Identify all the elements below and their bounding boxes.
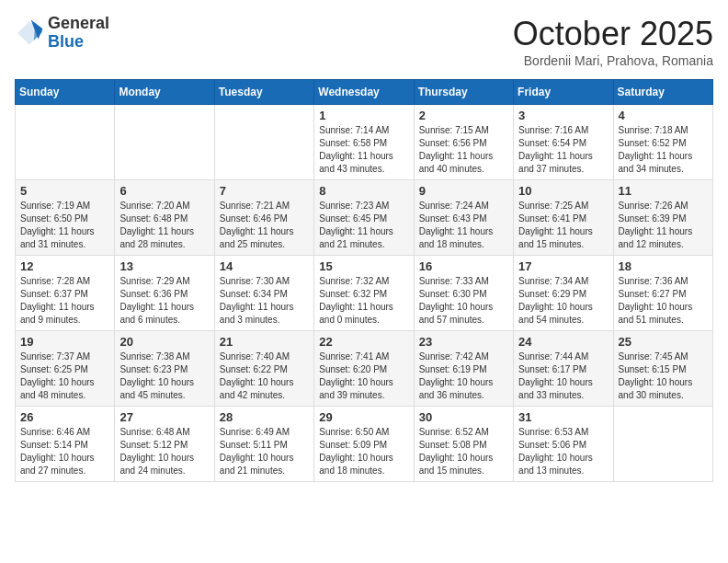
day-number: 24	[518, 335, 608, 349]
calendar-cell: 5Sunrise: 7:19 AM Sunset: 6:50 PM Daylig…	[16, 180, 115, 256]
calendar-cell: 1Sunrise: 7:14 AM Sunset: 6:58 PM Daylig…	[314, 105, 414, 180]
day-info: Sunrise: 7:40 AM Sunset: 6:22 PM Dayligh…	[220, 350, 309, 402]
day-number: 10	[518, 184, 608, 198]
day-info: Sunrise: 7:15 AM Sunset: 6:56 PM Dayligh…	[419, 124, 508, 176]
logo-icon	[15, 18, 44, 48]
day-info: Sunrise: 7:34 AM Sunset: 6:29 PM Dayligh…	[518, 275, 608, 327]
calendar-cell: 28Sunrise: 6:49 AM Sunset: 5:11 PM Dayli…	[214, 407, 313, 482]
day-number: 20	[119, 335, 209, 349]
day-info: Sunrise: 6:52 AM Sunset: 5:08 PM Dayligh…	[419, 426, 508, 477]
day-info: Sunrise: 6:53 AM Sunset: 5:06 PM Dayligh…	[518, 426, 608, 477]
calendar-week-row: 26Sunrise: 6:46 AM Sunset: 5:14 PM Dayli…	[16, 407, 713, 482]
day-info: Sunrise: 7:32 AM Sunset: 6:32 PM Dayligh…	[319, 275, 408, 327]
calendar-cell: 31Sunrise: 6:53 AM Sunset: 5:06 PM Dayli…	[514, 407, 613, 482]
calendar-cell: 2Sunrise: 7:15 AM Sunset: 6:56 PM Daylig…	[414, 105, 513, 180]
calendar-day-header: Sunday	[16, 80, 115, 105]
calendar-cell: 24Sunrise: 7:44 AM Sunset: 6:17 PM Dayli…	[514, 331, 613, 407]
day-info: Sunrise: 7:38 AM Sunset: 6:23 PM Dayligh…	[119, 350, 209, 402]
calendar-cell: 20Sunrise: 7:38 AM Sunset: 6:23 PM Dayli…	[115, 331, 214, 407]
day-number: 13	[119, 259, 209, 273]
calendar-cell: 16Sunrise: 7:33 AM Sunset: 6:30 PM Dayli…	[414, 256, 513, 331]
day-info: Sunrise: 7:18 AM Sunset: 6:52 PM Dayligh…	[619, 124, 708, 176]
calendar-cell	[115, 105, 214, 180]
day-info: Sunrise: 7:29 AM Sunset: 6:36 PM Dayligh…	[119, 275, 209, 327]
day-number: 5	[20, 184, 109, 198]
calendar-cell: 23Sunrise: 7:42 AM Sunset: 6:19 PM Dayli…	[414, 331, 513, 407]
logo-text: General Blue	[48, 15, 109, 52]
calendar-day-header: Thursday	[414, 80, 513, 105]
day-info: Sunrise: 7:37 AM Sunset: 6:25 PM Dayligh…	[20, 350, 109, 402]
day-number: 28	[220, 410, 309, 424]
day-info: Sunrise: 7:26 AM Sunset: 6:39 PM Dayligh…	[619, 200, 708, 251]
day-info: Sunrise: 7:45 AM Sunset: 6:15 PM Dayligh…	[619, 350, 708, 402]
calendar-day-header: Saturday	[613, 80, 712, 105]
day-number: 30	[419, 410, 508, 424]
calendar-cell: 10Sunrise: 7:25 AM Sunset: 6:41 PM Dayli…	[514, 180, 613, 256]
day-number: 3	[518, 109, 608, 122]
calendar-day-header: Monday	[115, 80, 214, 105]
day-number: 6	[119, 184, 209, 198]
calendar-cell: 29Sunrise: 6:50 AM Sunset: 5:09 PM Dayli…	[314, 407, 414, 482]
day-info: Sunrise: 7:42 AM Sunset: 6:19 PM Dayligh…	[419, 350, 508, 402]
calendar-week-row: 12Sunrise: 7:28 AM Sunset: 6:37 PM Dayli…	[16, 256, 713, 331]
day-info: Sunrise: 7:19 AM Sunset: 6:50 PM Dayligh…	[20, 200, 109, 251]
day-number: 11	[619, 184, 708, 198]
day-info: Sunrise: 7:14 AM Sunset: 6:58 PM Dayligh…	[319, 124, 408, 176]
day-number: 16	[419, 259, 508, 273]
calendar-cell: 12Sunrise: 7:28 AM Sunset: 6:37 PM Dayli…	[16, 256, 115, 331]
page-header: General Blue October 2025 Bordenii Mari,…	[15, 15, 713, 68]
day-number: 17	[518, 259, 608, 273]
calendar-day-header: Friday	[514, 80, 613, 105]
day-number: 27	[119, 410, 209, 424]
day-number: 2	[419, 109, 508, 122]
calendar-cell	[613, 407, 712, 482]
day-info: Sunrise: 7:23 AM Sunset: 6:45 PM Dayligh…	[319, 200, 408, 251]
day-number: 25	[619, 335, 708, 349]
day-info: Sunrise: 7:21 AM Sunset: 6:46 PM Dayligh…	[220, 200, 309, 251]
day-number: 4	[619, 109, 708, 122]
day-number: 21	[220, 335, 309, 349]
calendar-cell: 14Sunrise: 7:30 AM Sunset: 6:34 PM Dayli…	[214, 256, 313, 331]
calendar-cell: 3Sunrise: 7:16 AM Sunset: 6:54 PM Daylig…	[514, 105, 613, 180]
logo-general: General	[48, 14, 109, 32]
day-number: 14	[220, 259, 309, 273]
calendar-cell	[214, 105, 313, 180]
day-number: 1	[319, 109, 408, 122]
day-info: Sunrise: 7:20 AM Sunset: 6:48 PM Dayligh…	[119, 200, 209, 251]
calendar-cell: 19Sunrise: 7:37 AM Sunset: 6:25 PM Dayli…	[16, 331, 115, 407]
calendar-cell: 30Sunrise: 6:52 AM Sunset: 5:08 PM Dayli…	[414, 407, 513, 482]
day-info: Sunrise: 7:33 AM Sunset: 6:30 PM Dayligh…	[419, 275, 508, 327]
calendar-cell: 21Sunrise: 7:40 AM Sunset: 6:22 PM Dayli…	[214, 331, 313, 407]
day-info: Sunrise: 7:36 AM Sunset: 6:27 PM Dayligh…	[619, 275, 708, 327]
day-number: 26	[20, 410, 109, 424]
logo-blue: Blue	[48, 32, 84, 51]
month-title: October 2025	[513, 15, 713, 53]
calendar-cell: 8Sunrise: 7:23 AM Sunset: 6:45 PM Daylig…	[314, 180, 414, 256]
logo: General Blue	[15, 15, 109, 52]
calendar-cell: 25Sunrise: 7:45 AM Sunset: 6:15 PM Dayli…	[613, 331, 712, 407]
calendar-cell: 22Sunrise: 7:41 AM Sunset: 6:20 PM Dayli…	[314, 331, 414, 407]
day-number: 7	[220, 184, 309, 198]
day-number: 22	[319, 335, 408, 349]
day-number: 23	[419, 335, 508, 349]
calendar-cell: 18Sunrise: 7:36 AM Sunset: 6:27 PM Dayli…	[613, 256, 712, 331]
day-info: Sunrise: 6:46 AM Sunset: 5:14 PM Dayligh…	[20, 426, 109, 477]
day-info: Sunrise: 6:48 AM Sunset: 5:12 PM Dayligh…	[119, 426, 209, 477]
day-number: 29	[319, 410, 408, 424]
calendar-cell: 26Sunrise: 6:46 AM Sunset: 5:14 PM Dayli…	[16, 407, 115, 482]
location: Bordenii Mari, Prahova, Romania	[513, 53, 713, 68]
day-info: Sunrise: 7:44 AM Sunset: 6:17 PM Dayligh…	[518, 350, 608, 402]
calendar-header-row: SundayMondayTuesdayWednesdayThursdayFrid…	[16, 80, 713, 105]
day-info: Sunrise: 7:25 AM Sunset: 6:41 PM Dayligh…	[518, 200, 608, 251]
title-block: October 2025 Bordenii Mari, Prahova, Rom…	[513, 15, 713, 68]
day-info: Sunrise: 7:30 AM Sunset: 6:34 PM Dayligh…	[220, 275, 309, 327]
calendar-cell: 15Sunrise: 7:32 AM Sunset: 6:32 PM Dayli…	[314, 256, 414, 331]
day-info: Sunrise: 7:24 AM Sunset: 6:43 PM Dayligh…	[419, 200, 508, 251]
day-number: 12	[20, 259, 109, 273]
day-info: Sunrise: 6:50 AM Sunset: 5:09 PM Dayligh…	[319, 426, 408, 477]
day-number: 9	[419, 184, 508, 198]
calendar-table: SundayMondayTuesdayWednesdayThursdayFrid…	[15, 79, 713, 482]
calendar-cell	[16, 105, 115, 180]
day-number: 18	[619, 259, 708, 273]
calendar-week-row: 5Sunrise: 7:19 AM Sunset: 6:50 PM Daylig…	[16, 180, 713, 256]
